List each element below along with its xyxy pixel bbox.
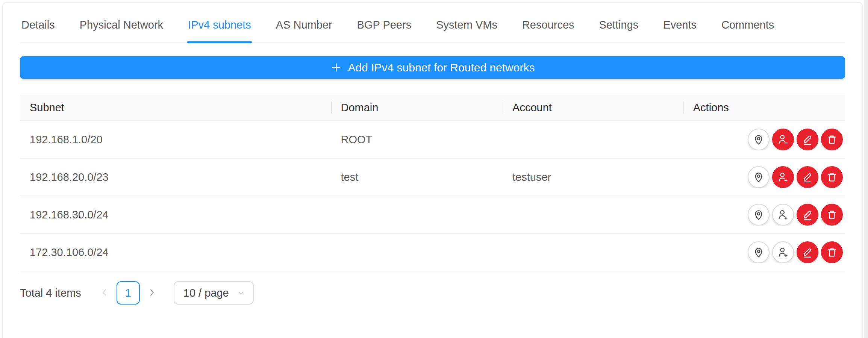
action-location-pin-button[interactable] <box>748 204 770 226</box>
action-user-plus-button[interactable] <box>772 204 794 226</box>
user-minus-icon <box>777 133 789 146</box>
delete-icon <box>826 133 838 146</box>
user-minus-icon <box>777 171 789 183</box>
location-pin-icon <box>753 246 765 258</box>
subnet-cell: 192.168.30.0/24 <box>20 209 331 221</box>
actions-cell <box>683 166 845 188</box>
action-edit-button[interactable] <box>797 129 818 150</box>
table-row: 192.168.30.0/24 <box>20 196 845 234</box>
tab-label: Resources <box>522 19 574 31</box>
domain-cell: ROOT <box>331 133 503 146</box>
page-size-select[interactable]: 10 / page <box>174 281 254 305</box>
pagination-next-button[interactable] <box>143 281 161 305</box>
table-row: 192.168.1.0/20ROOT <box>20 121 845 159</box>
user-plus-icon <box>777 246 789 258</box>
pagination-page-1-button[interactable]: 1 <box>117 281 140 305</box>
pagination-prev-button[interactable] <box>95 281 114 305</box>
actions-cell <box>683 241 845 263</box>
tab-system-vms[interactable]: System VMs <box>435 3 498 42</box>
action-user-minus-button[interactable] <box>772 166 794 188</box>
tab-settings[interactable]: Settings <box>598 3 639 42</box>
location-pin-icon <box>753 171 765 183</box>
tab-label: BGP Peers <box>357 19 412 31</box>
delete-icon <box>826 246 838 258</box>
chevron-left-icon <box>100 288 109 299</box>
subnet-cell: 192.168.20.0/23 <box>20 171 331 183</box>
tab-physical-network[interactable]: Physical Network <box>79 3 164 42</box>
edit-icon <box>801 246 813 258</box>
add-ipv4-subnet-label: Add IPv4 subnet for Routed networks <box>348 61 535 74</box>
tab-label: IPv4 subnets <box>188 19 251 31</box>
action-edit-button[interactable] <box>797 204 818 226</box>
actions-cell <box>683 129 845 150</box>
network-detail-card: DetailsPhysical NetworkIPv4 subnetsAS Nu… <box>2 2 863 338</box>
account-cell: testuser <box>503 171 683 183</box>
column-header-account: Account <box>503 102 683 114</box>
edit-icon <box>801 133 813 146</box>
tab-details[interactable]: Details <box>21 3 56 42</box>
edit-icon <box>801 209 813 221</box>
tab-label: Physical Network <box>80 19 163 31</box>
table-row: 172.30.106.0/24 <box>20 234 845 271</box>
action-user-minus-button[interactable] <box>772 129 794 150</box>
tab-label: Events <box>663 19 697 31</box>
chevron-right-icon <box>147 288 157 299</box>
action-delete-button[interactable] <box>821 129 843 150</box>
location-pin-icon <box>753 209 765 221</box>
scrollbar[interactable] <box>864 0 868 338</box>
action-edit-button[interactable] <box>797 166 818 188</box>
tab-ipv4-subnets[interactable]: IPv4 subnets <box>187 3 252 42</box>
tab-label: Settings <box>599 19 639 31</box>
chevron-down-icon <box>236 288 245 297</box>
location-pin-icon <box>753 133 765 146</box>
edit-icon <box>801 171 813 183</box>
action-edit-button[interactable] <box>797 241 818 263</box>
subnet-cell: 192.168.1.0/20 <box>20 133 331 146</box>
page: DetailsPhysical NetworkIPv4 subnetsAS Nu… <box>0 0 868 338</box>
column-header-subnet: Subnet <box>20 102 331 114</box>
ipv4-subnets-table: SubnetDomainAccountActions 192.168.1.0/2… <box>20 95 845 271</box>
pagination: Total 4 items 1 10 / page <box>20 281 845 305</box>
page-size-value: 10 / page <box>183 287 229 299</box>
add-ipv4-subnet-button[interactable]: Add IPv4 subnet for Routed networks <box>20 56 845 79</box>
subnet-cell: 172.30.106.0/24 <box>20 246 331 259</box>
action-delete-button[interactable] <box>821 241 843 263</box>
tab-events[interactable]: Events <box>662 3 697 42</box>
tab-bgp-peers[interactable]: BGP Peers <box>356 3 412 42</box>
table-header-row: SubnetDomainAccountActions <box>20 95 845 121</box>
column-header-domain: Domain <box>331 102 503 114</box>
action-location-pin-button[interactable] <box>748 166 770 188</box>
action-delete-button[interactable] <box>821 204 843 226</box>
user-plus-icon <box>777 209 789 221</box>
tab-label: System VMs <box>436 19 497 31</box>
tab-label: Comments <box>721 19 774 31</box>
tab-as-number[interactable]: AS Number <box>275 3 333 42</box>
tab-label: Details <box>21 19 55 31</box>
actions-cell <box>683 204 845 226</box>
delete-icon <box>826 209 838 221</box>
pagination-total: Total 4 items <box>20 287 81 299</box>
action-delete-button[interactable] <box>821 166 843 188</box>
table-row: 192.168.20.0/23testtestuser <box>20 159 845 196</box>
domain-cell: test <box>331 171 503 183</box>
column-header-actions: Actions <box>683 102 845 114</box>
tab-label: AS Number <box>276 19 332 31</box>
delete-icon <box>826 171 838 183</box>
tab-bar: DetailsPhysical NetworkIPv4 subnetsAS Nu… <box>20 3 845 43</box>
action-user-plus-button[interactable] <box>772 241 794 263</box>
tab-comments[interactable]: Comments <box>721 3 775 42</box>
table-body: 192.168.1.0/20ROOT192.168.20.0/23testtes… <box>20 121 845 271</box>
action-location-pin-button[interactable] <box>748 129 770 150</box>
tab-resources[interactable]: Resources <box>521 3 575 42</box>
plus-icon <box>330 62 342 73</box>
action-location-pin-button[interactable] <box>748 241 770 263</box>
